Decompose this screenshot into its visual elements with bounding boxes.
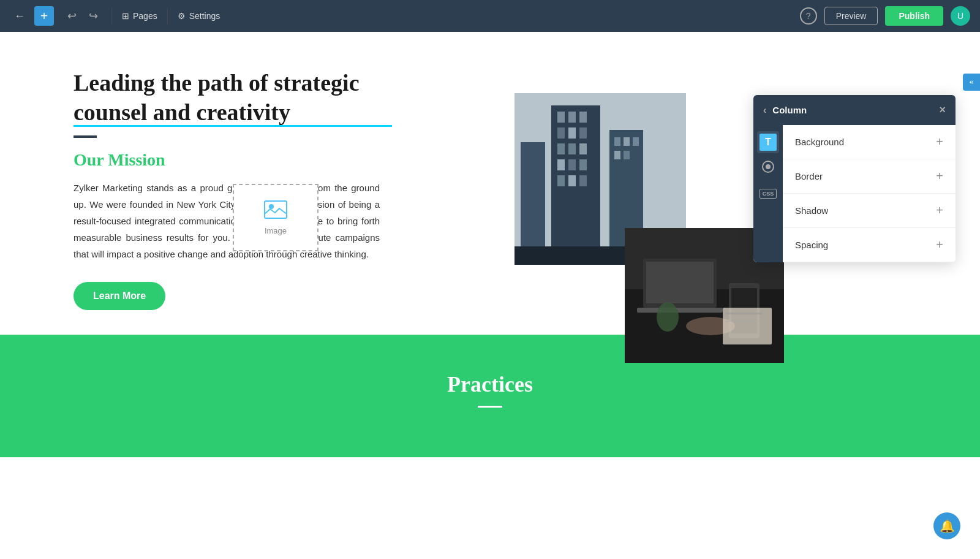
- panel-sidebar: T CSS: [753, 125, 783, 262]
- panel-row-spacing-label: Spacing: [795, 240, 828, 250]
- svg-rect-24: [624, 151, 630, 159]
- svg-rect-15: [579, 159, 587, 170]
- svg-rect-9: [579, 127, 587, 139]
- panel-row-shadow-label: Shadow: [795, 205, 828, 216]
- pages-button[interactable]: ⊞ Pages: [122, 11, 157, 21]
- mission-text: Zylker Marketing stands as a proud globa…: [74, 180, 380, 262]
- t-icon: T: [760, 134, 777, 151]
- panel-title: Column: [772, 105, 939, 115]
- settings-label: Settings: [189, 11, 221, 21]
- pages-icon: ⊞: [122, 11, 129, 21]
- svg-rect-16: [557, 175, 565, 186]
- toolbar: ← + ↩ ↪ ⊞ Pages ⚙ Settings ? Preview Pub…: [0, 0, 980, 32]
- panel-row-border-add[interactable]: +: [936, 169, 943, 183]
- panel-content: Background + Border + Shadow + Spacing +: [783, 125, 956, 262]
- panel-row-border[interactable]: Border +: [783, 159, 956, 194]
- settings-icon: ⚙: [178, 11, 186, 21]
- svg-rect-10: [557, 143, 565, 154]
- panel-close-button[interactable]: ×: [939, 104, 946, 116]
- svg-rect-23: [614, 151, 620, 159]
- svg-rect-5: [568, 112, 576, 123]
- panel-sidebar-widget-icon[interactable]: [757, 157, 779, 179]
- panel-sidebar-css-icon[interactable]: CSS: [757, 183, 779, 205]
- image-placeholder-label: Image: [265, 226, 287, 235]
- toolbar-right: ? Preview Publish U: [800, 6, 970, 26]
- panel-row-background-label: Background: [795, 137, 844, 147]
- undo-button[interactable]: ↩: [64, 7, 80, 25]
- svg-rect-11: [568, 143, 576, 154]
- add-button[interactable]: +: [34, 6, 54, 26]
- svg-point-1: [269, 204, 274, 209]
- green-section: Practices: [0, 335, 980, 457]
- collapse-panel-button[interactable]: «: [963, 74, 980, 91]
- svg-rect-31: [637, 308, 723, 313]
- publish-button[interactable]: Publish: [885, 6, 943, 26]
- panel-row-background[interactable]: Background +: [783, 125, 956, 159]
- panel-row-border-label: Border: [795, 171, 823, 181]
- image-icon: [264, 200, 287, 224]
- panel-row-shadow[interactable]: Shadow +: [783, 194, 956, 228]
- svg-rect-37: [726, 313, 763, 314]
- svg-rect-8: [568, 127, 576, 139]
- redo-button[interactable]: ↪: [85, 7, 102, 25]
- hero-image-area: [514, 93, 784, 363]
- svg-point-41: [766, 164, 771, 169]
- svg-rect-6: [579, 112, 587, 123]
- svg-rect-13: [557, 159, 565, 170]
- divider2: [167, 7, 168, 25]
- svg-rect-21: [624, 137, 630, 146]
- css-badge: CSS: [760, 189, 777, 199]
- panel-header: ‹ Column ×: [753, 95, 956, 125]
- panel-row-background-add[interactable]: +: [936, 135, 943, 149]
- svg-rect-12: [579, 143, 587, 154]
- panel-sidebar-text-icon[interactable]: T: [757, 131, 779, 153]
- panel-row-spacing[interactable]: Spacing +: [783, 228, 956, 262]
- svg-rect-25: [521, 142, 545, 253]
- divider: [111, 7, 112, 25]
- svg-rect-4: [557, 112, 565, 123]
- notification-bell-button[interactable]: 🔔: [933, 512, 960, 539]
- cyan-underline: [74, 125, 392, 127]
- svg-rect-38: [726, 317, 756, 318]
- avatar[interactable]: U: [951, 6, 970, 26]
- heading-underline: [74, 135, 97, 138]
- settings-button[interactable]: ⚙ Settings: [178, 11, 221, 21]
- panel-body: T CSS Background + Border: [753, 125, 956, 262]
- pages-label: Pages: [133, 11, 157, 21]
- back-button[interactable]: ←: [10, 6, 29, 26]
- practices-underline: [478, 406, 502, 408]
- image-placeholder[interactable]: Image: [233, 184, 318, 251]
- svg-rect-0: [265, 201, 287, 218]
- svg-rect-30: [646, 262, 714, 303]
- svg-rect-14: [568, 159, 576, 170]
- practices-title: Practices: [74, 371, 907, 397]
- panel-row-spacing-add[interactable]: +: [936, 238, 943, 252]
- svg-rect-7: [557, 127, 565, 139]
- svg-rect-17: [568, 175, 576, 186]
- svg-rect-18: [579, 175, 587, 186]
- main-heading: Leading the path of strategic counsel an…: [74, 69, 392, 127]
- svg-rect-20: [614, 137, 620, 146]
- panel-back-button[interactable]: ‹: [763, 105, 766, 116]
- history-buttons: ↩ ↪: [61, 7, 102, 25]
- preview-button[interactable]: Preview: [824, 7, 878, 25]
- learn-more-button[interactable]: Learn More: [74, 282, 165, 310]
- svg-rect-22: [633, 137, 639, 146]
- svg-rect-39: [726, 321, 760, 322]
- svg-point-34: [657, 302, 679, 332]
- help-button[interactable]: ?: [800, 7, 817, 25]
- widget-icon: [761, 160, 775, 177]
- column-panel: ‹ Column × T CSS Ba: [753, 95, 956, 262]
- panel-row-shadow-add[interactable]: +: [936, 203, 943, 218]
